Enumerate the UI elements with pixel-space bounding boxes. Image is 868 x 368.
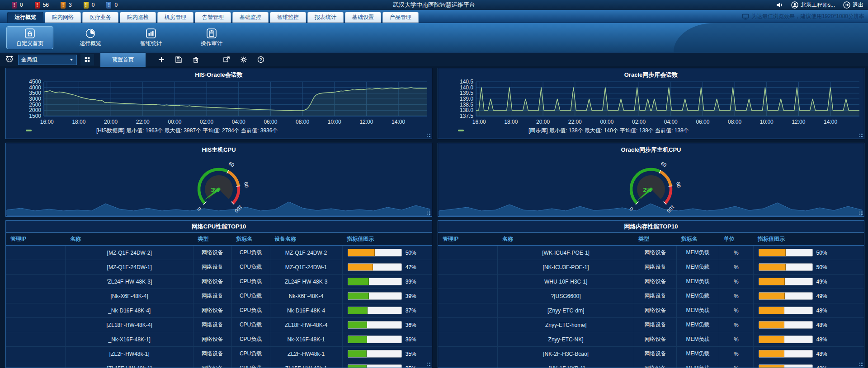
tab-6[interactable]: 基础监控: [232, 12, 269, 23]
clipboard-icon: [207, 28, 217, 38]
metric-bar-track: [348, 307, 402, 314]
table-row[interactable]: [NK-ICU3F-POE-1]网络设备MEM负载%50%: [438, 260, 864, 275]
table-row[interactable]: ?[USG6600]网络设备MEM负载%49%: [438, 289, 864, 303]
metric-value: 36%: [406, 336, 416, 343]
top-status-bar: !0!56!3!0!0 武汉大学中南医院智慧运维平台 北塔工程师s... 退出: [0, 0, 868, 10]
table-row[interactable]: -[NK-1F-YXB-1]网络设备MEM负载%48%: [438, 361, 864, 368]
group-select-value: 全局组: [21, 56, 69, 64]
cell-metric: CPU负载: [231, 303, 270, 318]
logout-button[interactable]: 退出: [843, 1, 863, 9]
col-header-5[interactable]: 指标值图示: [753, 233, 864, 246]
gauge-value: 3%: [211, 186, 220, 193]
cell-ip: [6, 289, 66, 303]
table-row[interactable]: Znyy-ETC-NK]网络设备MEM负载%48%: [438, 332, 864, 347]
col-header-1[interactable]: 名称: [498, 233, 634, 246]
table-row[interactable]: [Nk-X6F-48K-4]网络设备CPU负载Nk-X6F-48K-439%: [6, 289, 432, 303]
alarm-warning[interactable]: !0: [84, 2, 95, 9]
resize-grip[interactable]: [426, 210, 431, 215]
col-header-2[interactable]: 类型: [634, 233, 676, 246]
resize-grip[interactable]: [426, 133, 431, 138]
cell-metric: MEM负载: [677, 303, 719, 318]
cell-metric-bar: 36%: [342, 318, 432, 332]
table-row[interactable]: [MZ-Q1F-24DW-2]网络设备CPU负载MZ-Q1F-24DW-250%: [6, 246, 432, 260]
tab-3[interactable]: 院内巡检: [120, 12, 156, 23]
gauge-value: 2%: [643, 186, 652, 193]
tab-10[interactable]: 产品管理: [382, 12, 419, 23]
subnav-item-3[interactable]: 操作审计: [188, 26, 235, 49]
tab-0[interactable]: 运行概览: [7, 12, 43, 23]
table-row[interactable]: [ZL2F-HW48k-1]网络设备CPU负载ZL2F-HW48k-135%: [6, 347, 432, 361]
save-button[interactable]: [174, 55, 184, 65]
metric-bar-fill: [759, 293, 785, 299]
metric-value: 35%: [406, 351, 416, 357]
add-button[interactable]: [156, 55, 166, 65]
cell-ip: [6, 318, 66, 332]
col-header-2[interactable]: 类型: [193, 233, 231, 246]
table-row[interactable]: [NK-2F-H3C-Bcao]网络设备MEM负载%48%: [438, 347, 864, 361]
svg-text:00:00: 00:00: [600, 119, 613, 125]
legend-text: [HIS数据库] 最小值: 1963个 最大值: 3987个 平均值: 2784…: [96, 127, 278, 134]
col-header-3[interactable]: 指标名: [231, 233, 270, 246]
table-row[interactable]: [MZ-Q1F-24DW-1]网络设备CPU负载MZ-Q1F-24DW-147%: [6, 260, 432, 275]
tab-9[interactable]: 基础设置: [345, 12, 381, 23]
alarm-critical[interactable]: !0: [12, 2, 23, 9]
metric-bar-fill: [759, 278, 785, 285]
subnav-item-2[interactable]: 智维统计: [127, 26, 175, 49]
bar-stats-icon: [146, 28, 156, 38]
export-button[interactable]: [222, 55, 231, 65]
page-tab-preset-home[interactable]: 预置首页: [100, 53, 146, 67]
his-sessions-svg: 450040003500300025002000150016:0018:0020…: [6, 68, 432, 139]
subnav-item-0[interactable]: 自定义首页: [6, 26, 53, 49]
table-row[interactable]: _Nk-X16F-48K-1]网络设备CPU负载Nk-X16F-48K-136%: [6, 332, 432, 347]
metric-bar-track: [348, 263, 402, 271]
col-header-1[interactable]: 名称: [66, 233, 193, 246]
group-select[interactable]: 全局组: [18, 55, 77, 65]
metric-bar-fill: [348, 307, 368, 314]
sound-icon[interactable]: [776, 1, 783, 9]
tab-4[interactable]: 机房管理: [157, 12, 193, 23]
col-header-0[interactable]: 管理IP: [6, 233, 66, 246]
col-header-0[interactable]: 管理IP: [438, 233, 498, 246]
layout-grid-button[interactable]: [80, 54, 94, 65]
table-row[interactable]: WHU-10F-H3C-1]网络设备MEM负载%49%: [438, 275, 864, 289]
tab-5[interactable]: 告警管理: [195, 12, 231, 23]
background-area-chart: [439, 203, 862, 215]
tab-1[interactable]: 院内网络: [45, 12, 81, 23]
alarm-major[interactable]: !56: [35, 2, 49, 9]
col-header-4[interactable]: 设备名称: [270, 233, 342, 246]
table-row[interactable]: Znyy-ETC-home]网络设备MEM负载%48%: [438, 318, 864, 332]
table-row[interactable]: [ZL18F-HW-48K-4]网络设备CPU负载ZL18F-HW-48K-43…: [6, 318, 432, 332]
cell-unit: %: [719, 303, 753, 318]
alarm-minor[interactable]: !3: [61, 2, 72, 9]
table-row[interactable]: [ZL15F-HW-48k-1]网络设备CPU负载ZL15F-HW-48k-13…: [6, 361, 432, 368]
group-icon[interactable]: [5, 55, 14, 65]
col-header-5[interactable]: 指标值图示: [342, 233, 432, 246]
subnav-item-1[interactable]: 运行概览: [67, 26, 114, 49]
help-button[interactable]: ?: [256, 55, 266, 65]
resize-grip[interactable]: [858, 133, 863, 138]
svg-text:10:00: 10:00: [760, 119, 774, 125]
table-row[interactable]: [Znyy-ETC-dm]网络设备MEM负载%48%: [438, 303, 864, 318]
cell-name: _Nk-D16F-48K-4]: [66, 303, 193, 318]
alarm-info[interactable]: !0: [106, 2, 118, 9]
metric-bar-fill: [348, 321, 367, 328]
delete-button[interactable]: [191, 55, 201, 65]
resize-grip[interactable]: [858, 210, 863, 215]
table-row[interactable]: [WK-ICU4F-POE-1]网络设备MEM负载%50%: [438, 246, 864, 260]
user-menu[interactable]: 北塔工程师s...: [791, 1, 835, 9]
svg-text:20:00: 20:00: [536, 119, 550, 125]
settings-button[interactable]: [239, 55, 249, 65]
tab-2[interactable]: 医疗业务: [82, 12, 118, 23]
col-header-4[interactable]: 单位: [719, 233, 753, 246]
table-row[interactable]: 'ZL24F-HW-48K-3]网络设备CPU负载ZL24F-HW-48K-33…: [6, 275, 432, 289]
cell-unit: %: [719, 332, 753, 347]
alarm-critical-icon: !: [12, 2, 17, 9]
panel-sync-cpu-gauge: Oracle同步库主机CPU 060801002%: [438, 143, 864, 217]
tab-8[interactable]: 报表统计: [307, 12, 344, 23]
tab-7[interactable]: 智维监控: [270, 12, 306, 23]
resize-grip[interactable]: [426, 362, 431, 367]
resize-grip[interactable]: [858, 362, 863, 367]
subnav-item-label: 自定义首页: [10, 40, 50, 47]
col-header-3[interactable]: 指标名: [677, 233, 719, 246]
table-row[interactable]: _Nk-D16F-48K-4]网络设备CPU负载Nk-D16F-48K-437%: [6, 303, 432, 318]
